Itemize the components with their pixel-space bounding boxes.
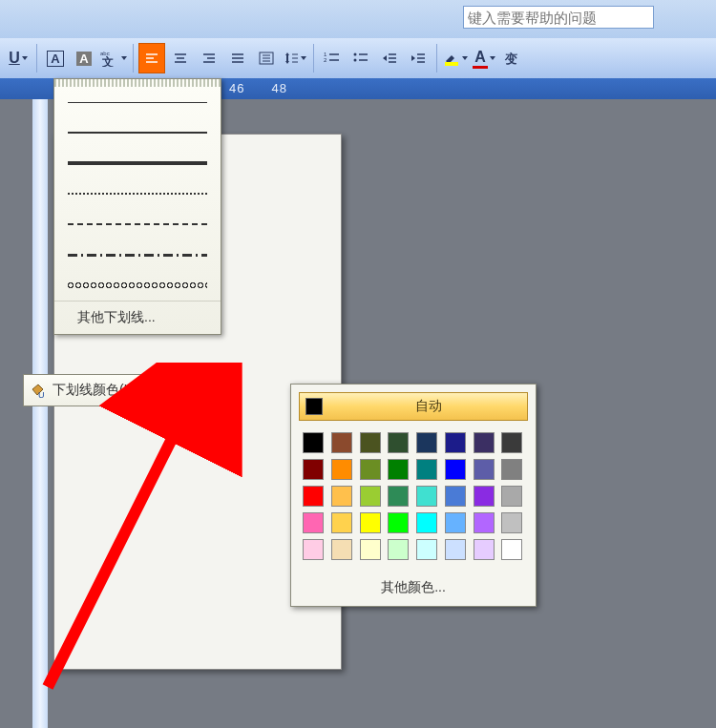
highlight-split-button[interactable] xyxy=(442,43,469,73)
char-border-icon: A xyxy=(47,51,63,67)
underline-split-button[interactable]: U xyxy=(5,43,32,73)
color-swatch[interactable] xyxy=(445,432,466,453)
color-swatch[interactable] xyxy=(474,432,495,453)
align-distribute-button[interactable] xyxy=(253,43,280,73)
decrease-indent-icon xyxy=(381,51,398,66)
underline-color-item[interactable]: U 下划线颜色(U) xyxy=(23,374,223,406)
paint-bucket-icon: U xyxy=(29,382,48,399)
color-swatch[interactable] xyxy=(501,459,522,480)
color-swatch[interactable] xyxy=(388,486,409,507)
underline-style-option[interactable] xyxy=(54,239,221,270)
color-swatch[interactable] xyxy=(360,486,381,507)
vertical-ruler xyxy=(32,99,48,728)
color-swatch[interactable] xyxy=(501,432,522,453)
increase-indent-button[interactable] xyxy=(405,43,432,73)
menu-grip[interactable] xyxy=(54,79,221,87)
numbered-list-icon: 1 2 xyxy=(324,51,341,66)
cursor-icon xyxy=(205,384,219,397)
more-colors-item[interactable]: 其他颜色... xyxy=(299,573,528,598)
color-swatch[interactable] xyxy=(303,512,324,533)
color-swatch[interactable] xyxy=(360,512,381,533)
underline-icon: U xyxy=(9,50,20,67)
color-picker-flyout: 自动 其他颜色... xyxy=(290,384,537,607)
numbered-list-button[interactable]: 1 2 xyxy=(319,43,346,73)
line-spacing-button[interactable] xyxy=(282,43,308,73)
align-justify-button[interactable] xyxy=(224,43,251,73)
formatting-toolbar: U A A abc文 xyxy=(0,38,716,79)
color-swatch[interactable] xyxy=(445,459,466,480)
align-center-icon xyxy=(173,52,188,65)
more-colors-label: 其他颜色... xyxy=(381,579,446,594)
color-swatch[interactable] xyxy=(331,512,352,533)
align-left-button[interactable] xyxy=(138,43,165,73)
color-swatch[interactable] xyxy=(360,539,381,560)
color-swatch[interactable] xyxy=(416,539,437,560)
color-swatch[interactable] xyxy=(360,459,381,480)
color-swatch[interactable] xyxy=(416,512,437,533)
underline-style-option[interactable] xyxy=(54,148,221,178)
phonetic-guide-button[interactable]: abc文 xyxy=(99,43,128,73)
color-swatch[interactable] xyxy=(445,486,466,507)
color-swatch[interactable] xyxy=(474,539,495,560)
help-search-input[interactable] xyxy=(463,6,654,29)
underline-style-option[interactable] xyxy=(54,209,221,239)
color-swatch[interactable] xyxy=(331,432,352,453)
color-swatch[interactable] xyxy=(303,459,324,480)
color-swatch[interactable] xyxy=(445,539,466,560)
more-underlines-item[interactable]: 其他下划线... xyxy=(54,301,221,334)
color-swatch[interactable] xyxy=(474,486,495,507)
line-spacing-icon xyxy=(284,51,299,66)
chevron-down-icon xyxy=(490,56,495,60)
color-swatch[interactable] xyxy=(501,486,522,507)
underline-style-menu: 其他下划线... xyxy=(53,78,221,335)
color-swatch[interactable] xyxy=(416,432,437,453)
underline-style-option[interactable] xyxy=(54,87,221,117)
color-swatch[interactable] xyxy=(501,539,522,560)
char-border-button[interactable]: A xyxy=(42,43,69,73)
increase-indent-icon xyxy=(410,51,427,66)
color-swatch[interactable] xyxy=(474,459,495,480)
svg-rect-35 xyxy=(445,62,458,66)
align-right-button[interactable] xyxy=(196,43,222,73)
font-color-split-button[interactable]: A xyxy=(471,43,497,73)
color-swatch[interactable] xyxy=(388,539,409,560)
ruler-mark: 46 xyxy=(229,81,244,95)
asian-layout-button[interactable]: 变 xyxy=(499,43,526,73)
color-swatch[interactable] xyxy=(388,432,409,453)
color-swatch[interactable] xyxy=(360,432,381,453)
decrease-indent-button[interactable] xyxy=(376,43,403,73)
underline-style-option[interactable] xyxy=(54,178,221,209)
color-swatch[interactable] xyxy=(501,512,522,533)
color-swatch[interactable] xyxy=(474,512,495,533)
color-swatch[interactable] xyxy=(416,459,437,480)
auto-color-item[interactable]: 自动 xyxy=(299,392,528,421)
color-swatch[interactable] xyxy=(303,432,324,453)
asian-layout-icon: 变 xyxy=(503,50,522,67)
chevron-down-icon xyxy=(462,56,468,60)
color-swatch[interactable] xyxy=(331,486,352,507)
color-swatch[interactable] xyxy=(331,459,352,480)
chevron-down-icon xyxy=(301,56,306,60)
align-justify-icon xyxy=(230,52,245,65)
toolbar-separator xyxy=(36,44,37,73)
color-swatch-grid xyxy=(299,432,528,560)
color-swatch[interactable] xyxy=(303,486,324,507)
svg-text:U: U xyxy=(38,390,45,399)
align-center-button[interactable] xyxy=(167,43,194,73)
color-swatch[interactable] xyxy=(331,539,352,560)
char-shading-button[interactable]: A xyxy=(71,43,97,73)
more-underlines-label: 其他下划线... xyxy=(77,309,156,326)
color-swatch[interactable] xyxy=(445,512,466,533)
color-swatch[interactable] xyxy=(416,486,437,507)
toolbar-separator xyxy=(436,44,437,73)
phonetic-guide-icon: abc文 xyxy=(100,50,119,67)
bulleted-list-button[interactable] xyxy=(347,43,374,73)
auto-color-label: 自动 xyxy=(336,398,521,415)
underline-style-option[interactable] xyxy=(54,117,221,148)
color-swatch[interactable] xyxy=(388,459,409,480)
auto-color-swatch xyxy=(305,398,323,415)
color-swatch[interactable] xyxy=(303,539,324,560)
underline-style-option[interactable] xyxy=(54,270,221,301)
color-swatch[interactable] xyxy=(388,512,409,533)
toolbar-separator xyxy=(313,44,314,73)
